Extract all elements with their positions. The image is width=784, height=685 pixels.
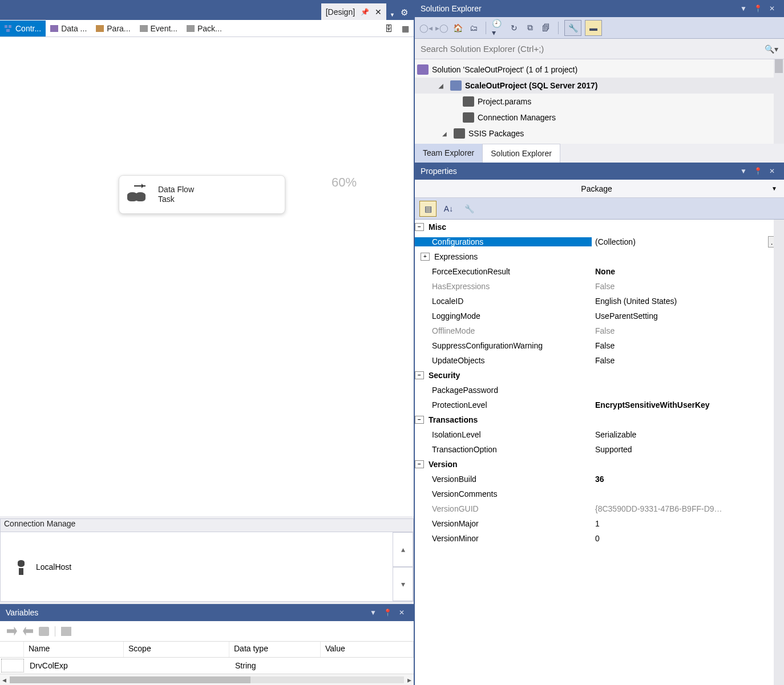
variable-name[interactable]: DrvColExp (25, 660, 125, 671)
collapse-icon[interactable]: − (415, 460, 424, 468)
expand-icon[interactable]: ◢ (442, 131, 450, 137)
variable-datatype[interactable]: String (231, 660, 322, 671)
move-variable-icon[interactable] (23, 627, 33, 636)
prop-protectionlevel[interactable]: ProtectionLevelEncryptSensitiveWithUserK… (415, 398, 784, 412)
variables-col-scope[interactable]: Scope (124, 642, 229, 657)
grid-options-icon[interactable] (61, 627, 71, 636)
prop-versioncomments[interactable]: VersionComments (415, 487, 784, 501)
solution-search-input[interactable] (421, 39, 765, 59)
designer-expand-icon[interactable]: ▦ (397, 21, 414, 37)
prop-localeid[interactable]: LocaleIDEnglish (United States) (415, 294, 784, 309)
variables-scrollbar[interactable]: ◂▸ (0, 674, 414, 685)
project-node[interactable]: ◢ ScaleOutProject (SQL Server 2017) (415, 78, 784, 94)
solution-pin-icon[interactable]: 📍 (750, 5, 766, 13)
tab-event-handlers[interactable]: Event... (135, 21, 182, 37)
preview-icon[interactable]: ▬ (585, 20, 602, 36)
data-flow-task-label-1: Data Flow (158, 185, 194, 194)
variables-close-icon[interactable]: ✕ (395, 609, 408, 617)
variables-col-value[interactable]: Value (321, 642, 414, 657)
prop-expressions[interactable]: +Expressions (415, 249, 784, 264)
connection-item-localhost[interactable]: LocalHost (1, 532, 85, 601)
prop-updateobjects[interactable]: UpdateObjectsFalse (415, 353, 784, 368)
solution-close-icon[interactable]: ✕ (766, 5, 778, 13)
variables-pin-icon[interactable]: 📍 (380, 609, 395, 617)
close-icon[interactable]: ✕ (375, 7, 382, 17)
prop-loggingmode[interactable]: LoggingModeUseParentSetting (415, 309, 784, 323)
prop-versionbuild[interactable]: VersionBuild36 (415, 472, 784, 487)
prop-packagepassword[interactable]: PackagePassword (415, 383, 784, 398)
gear-icon[interactable]: ⚙ (398, 5, 410, 20)
tab-solution-explorer[interactable]: Solution Explorer (482, 144, 560, 163)
design-canvas[interactable]: Data Flow Task 60% (0, 37, 414, 518)
solution-dropdown-icon[interactable]: ▼ (737, 5, 750, 13)
alphabetical-icon[interactable]: A↓ (440, 201, 457, 217)
connection-item-label: LocalHost (36, 562, 71, 571)
expand-icon[interactable]: + (421, 253, 430, 261)
variables-col-name[interactable]: Name (24, 642, 124, 657)
package-explorer-icon (187, 25, 195, 32)
properties-pin-icon[interactable]: 📍 (750, 167, 766, 175)
delete-variable-icon[interactable] (39, 627, 49, 636)
refresh-icon[interactable]: ↻ (508, 22, 520, 34)
prop-suppressconfigurationwarning[interactable]: SuppressConfigurationWarningFalse (415, 338, 784, 353)
variable-scope[interactable] (125, 664, 231, 667)
prop-versionmajor[interactable]: VersionMajor1 (415, 516, 784, 531)
connection-managers-pane: Connection Manage LocalHost ▴ ▾ (0, 518, 414, 602)
search-icon[interactable]: 🔍▾ (765, 44, 778, 54)
tab-team-explorer[interactable]: Team Explorer (415, 144, 482, 163)
variable-value[interactable] (322, 664, 414, 667)
connection-managers-node[interactable]: Connection Managers (415, 110, 784, 125)
collapse-all-icon[interactable]: ⧉ (524, 22, 536, 34)
prop-offlinemode[interactable]: OfflineModeFalse (415, 323, 784, 338)
connection-up-button[interactable]: ▴ (393, 532, 413, 567)
add-variable-icon[interactable] (7, 627, 17, 636)
data-flow-task[interactable]: Data Flow Task (119, 175, 285, 214)
properties-icon[interactable]: 🔧 (564, 20, 581, 36)
variables-col-datatype[interactable]: Data type (229, 642, 321, 657)
packages-node[interactable]: ◢ SSIS Packages (415, 125, 784, 141)
solution-node[interactable]: Solution 'ScaleOutProject' (1 of 1 proje… (415, 62, 784, 78)
show-all-icon[interactable]: 🗐 (540, 22, 552, 34)
designer-db-icon[interactable]: 🗄 (380, 21, 397, 37)
collapse-icon[interactable]: − (415, 416, 424, 424)
prop-versionguid[interactable]: VersionGUID{8C3590DD-9331-47B6-B9FF-D9… (415, 501, 784, 516)
prop-hasexpressions[interactable]: HasExpressionsFalse (415, 279, 784, 294)
collapse-icon[interactable]: − (415, 223, 424, 231)
tab-parameters[interactable]: Para... (91, 21, 135, 37)
solution-search[interactable]: 🔍▾ (415, 39, 784, 59)
prop-versionminor[interactable]: VersionMinor0 (415, 531, 784, 546)
properties-object-selector[interactable]: Package ▼ (415, 180, 784, 198)
tab-dropdown-icon[interactable]: ▼ (386, 10, 398, 20)
prop-forceexecutionresult[interactable]: ForceExecutionResultNone (415, 264, 784, 279)
properties-toolbar: ▤ A↓ 🔧 (415, 198, 784, 220)
variable-row[interactable]: DrvColExp String (0, 658, 414, 674)
back-icon[interactable]: ◯◂ (419, 22, 432, 34)
tab-data-flow[interactable]: Data ... (46, 21, 91, 37)
properties-scrollbar[interactable] (774, 220, 784, 685)
category-transactions: −Transactions (415, 412, 784, 427)
solution-scrollbar[interactable] (774, 59, 784, 144)
variables-title: Variables (6, 608, 38, 617)
categorized-icon[interactable]: ▤ (419, 201, 437, 217)
tab-control-flow[interactable]: Contr... (0, 21, 46, 37)
home-icon[interactable]: 🏠 (451, 22, 464, 34)
expand-icon[interactable]: ◢ (439, 83, 447, 89)
sync-icon[interactable]: 🗂 (467, 22, 480, 34)
pin-icon[interactable]: 📌 (361, 8, 369, 16)
tab-package-explorer[interactable]: Pack... (182, 21, 227, 37)
variables-dropdown-icon[interactable]: ▼ (366, 609, 380, 617)
params-node[interactable]: Project.params (415, 94, 784, 110)
control-flow-icon (5, 25, 13, 32)
properties-close-icon[interactable]: ✕ (766, 167, 778, 175)
property-pages-icon[interactable]: 🔧 (460, 201, 478, 217)
prop-isolationlevel[interactable]: IsolationLevelSerializable (415, 427, 784, 442)
history-icon[interactable]: 🕘▾ (492, 22, 504, 34)
prop-configurations[interactable]: Configurations (Collection)… (415, 234, 784, 249)
connection-down-button[interactable]: ▾ (393, 567, 413, 602)
event-handlers-icon (140, 25, 148, 32)
forward-icon[interactable]: ▸◯ (435, 22, 448, 34)
design-tab[interactable]: [Design] 📌 ✕ (321, 3, 386, 20)
properties-dropdown-icon[interactable]: ▼ (737, 167, 750, 175)
collapse-icon[interactable]: − (415, 371, 424, 379)
prop-transactionoption[interactable]: TransactionOptionSupported (415, 442, 784, 457)
